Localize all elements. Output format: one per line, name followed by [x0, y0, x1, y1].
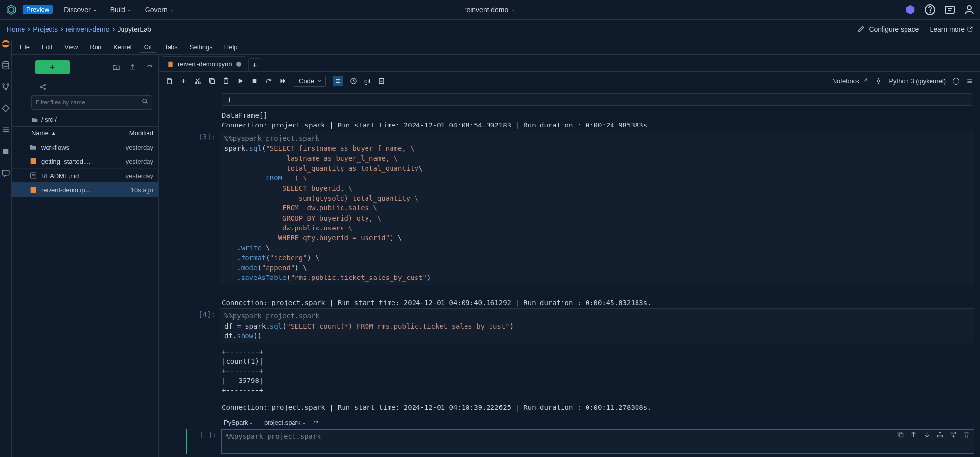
comment-icon[interactable] — [1, 169, 10, 178]
menu-run[interactable]: Run — [85, 41, 106, 52]
square-icon[interactable] — [1, 147, 10, 156]
new-folder-icon[interactable] — [112, 63, 120, 71]
cell-actions — [897, 431, 970, 438]
menu-settings[interactable]: Settings — [185, 41, 218, 52]
move-down-icon[interactable] — [923, 431, 931, 438]
list-icon[interactable] — [1, 126, 10, 134]
svg-line-27 — [41, 87, 44, 89]
new-launcher-button[interactable]: + — [35, 60, 70, 74]
svg-marker-48 — [281, 79, 283, 84]
stop-icon[interactable] — [251, 77, 258, 85]
copy-icon[interactable] — [208, 77, 216, 85]
breadcrumb-sep: › — [109, 24, 117, 34]
svg-rect-35 — [168, 61, 172, 67]
file-browser: + / src / — [12, 55, 159, 457]
upload-icon[interactable] — [129, 63, 137, 71]
bug-icon[interactable] — [875, 77, 882, 85]
discover-menu[interactable]: Discover⌄ — [61, 4, 99, 16]
run-icon[interactable] — [237, 77, 244, 85]
clock-icon[interactable] — [350, 77, 357, 85]
list-toggle-icon[interactable] — [966, 78, 973, 85]
col-modified-header[interactable]: Modified — [109, 129, 153, 137]
help-icon[interactable] — [924, 4, 936, 16]
download-icon[interactable] — [378, 77, 385, 85]
svg-point-11 — [3, 62, 9, 64]
run-all-icon[interactable] — [279, 77, 287, 85]
sagemaker-logo[interactable] — [5, 3, 18, 16]
add-tab-button[interactable]: + — [248, 58, 261, 71]
file-row-reinvent-demo[interactable]: reivent-demo.ip... 10s ago — [12, 182, 158, 197]
menu-tabs[interactable]: Tabs — [159, 41, 182, 52]
cell-connection-select[interactable]: project.spark — [264, 419, 300, 426]
user-icon[interactable] — [963, 4, 975, 16]
project-dropdown-icon[interactable]: ⌄ — [511, 6, 515, 13]
cell-type-select[interactable]: Code — [294, 76, 326, 87]
breadcrumb-current: JupyterLab — [117, 25, 151, 33]
file-search-input[interactable] — [31, 95, 152, 110]
menu-file[interactable]: File — [15, 41, 35, 52]
learn-more-button[interactable]: Learn more — [930, 25, 973, 33]
restart-icon[interactable] — [265, 77, 272, 85]
cell-prompt-5: [ ]: — [187, 429, 221, 454]
code-cell-5-active[interactable]: [ ]: %%pyspark project.spark — [186, 429, 980, 454]
refresh-icon[interactable] — [146, 63, 153, 71]
file-row-getting-started[interactable]: getting_started.... yesterday — [12, 154, 158, 168]
move-up-icon[interactable] — [910, 431, 917, 438]
build-menu[interactable]: Build⌄ — [107, 4, 134, 16]
code-cell-4[interactable]: [4]: %%pyspark project.spark df = spark.… — [186, 308, 980, 343]
cell-code-5[interactable]: %%pyspark project.spark — [221, 429, 974, 454]
output-cell-2: DataFrame[] Connection: project.spark | … — [186, 108, 980, 131]
col-name-header[interactable]: Name ▲ — [31, 129, 109, 137]
paste-icon[interactable] — [222, 77, 230, 85]
insert-above-icon[interactable] — [936, 431, 944, 438]
menu-git[interactable]: Git — [139, 41, 158, 53]
notebook-label[interactable]: Notebook — [833, 77, 868, 85]
output-cell-3: Connection: project.spark | Run start ti… — [186, 286, 980, 309]
add-cell-icon[interactable] — [180, 77, 187, 85]
cell-kernel-select[interactable]: PySpark — [222, 418, 257, 427]
file-path[interactable]: / src / — [12, 113, 158, 126]
branch-icon[interactable] — [1, 82, 10, 91]
file-row-workflows[interactable]: workflows yesterday — [12, 140, 158, 154]
govern-menu[interactable]: Govern⌄ — [142, 4, 176, 16]
file-row-readme[interactable]: README.md yesterday — [12, 168, 158, 182]
menu-edit[interactable]: Edit — [37, 41, 57, 52]
database-icon[interactable] — [1, 61, 10, 70]
breadcrumb-projects[interactable]: Projects — [33, 25, 58, 33]
cell-code-3[interactable]: %%pyspark project.spark spark.sql("SELEC… — [220, 131, 974, 285]
git-toolbar-icon[interactable]: git — [364, 77, 371, 85]
breadcrumb-home[interactable]: Home — [7, 25, 25, 33]
menu-view[interactable]: View — [59, 41, 83, 52]
jupyter-icon[interactable] — [1, 39, 10, 48]
project-title[interactable]: reinvent-demo — [465, 6, 509, 14]
code-cell-3[interactable]: [3]: %%pyspark project.spark spark.sql("… — [186, 131, 980, 285]
cut-icon[interactable] — [194, 77, 201, 85]
breadcrumb-project[interactable]: reinvent-demo — [66, 25, 110, 33]
chevron-down-icon[interactable]: ⌄ — [302, 420, 306, 425]
menu-help[interactable]: Help — [220, 41, 243, 52]
breadcrumb-sep: › — [25, 24, 33, 34]
app-bar: Preview Discover⌄ Build⌄ Govern⌄ reinven… — [0, 0, 980, 20]
notebook-tab[interactable]: reivent-demo.ipynb — [162, 56, 246, 71]
cell-code-4[interactable]: %%pyspark project.spark df = spark.sql("… — [220, 308, 974, 343]
kernel-name[interactable]: Python 3 (ipykernel) — [889, 77, 946, 85]
resource-icon[interactable] — [905, 4, 916, 16]
duplicate-icon[interactable] — [897, 431, 904, 438]
configure-space-button[interactable]: Configure space — [858, 25, 919, 33]
save-icon[interactable] — [166, 77, 173, 85]
message-icon[interactable] — [944, 4, 956, 16]
menu-kernel[interactable]: Kernel — [108, 41, 137, 52]
share-icon[interactable] — [39, 83, 47, 91]
kernel-status-icon[interactable] — [953, 78, 959, 85]
output-icon[interactable] — [333, 76, 343, 86]
diamond-icon[interactable] — [1, 104, 10, 113]
svg-rect-20 — [2, 170, 9, 175]
svg-marker-49 — [283, 79, 286, 84]
tab-dirty-indicator[interactable] — [236, 62, 241, 67]
insert-below-icon[interactable] — [950, 431, 957, 438]
svg-line-26 — [41, 85, 44, 87]
tabs-bar: reivent-demo.ipynb + — [159, 55, 980, 72]
svg-point-57 — [877, 80, 880, 82]
delete-icon[interactable] — [963, 431, 970, 438]
refresh-connection-icon[interactable] — [313, 419, 319, 426]
